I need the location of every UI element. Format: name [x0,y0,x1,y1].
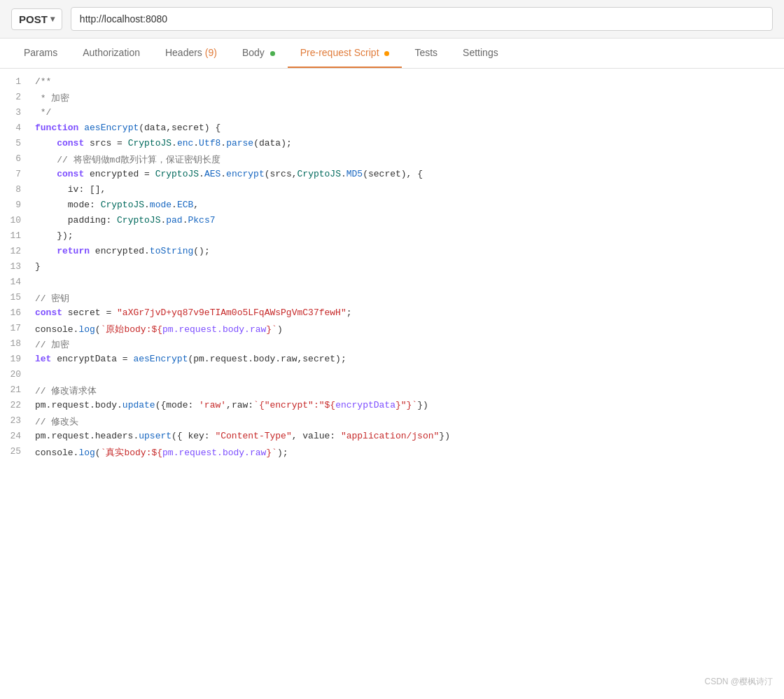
code-line: 23 // 修改头 [0,415,784,430]
code-editor[interactable]: 1 /** 2 * 加密 3 */ 4 function aesEncrypt(… [0,69,784,629]
method-selector[interactable]: POST ▾ [11,8,62,30]
code-line: 2 * 加密 [0,91,784,106]
code-line: 13 } [0,261,784,276]
code-line: 11 }); [0,230,784,245]
body-dot [270,51,275,56]
code-line: 17 console.log(`原始body:${pm.request.body… [0,322,784,338]
code-line: 1 /** [0,76,784,91]
chevron-down-icon: ▾ [50,14,55,24]
tab-body[interactable]: Body [230,39,288,68]
code-line: 8 iv: [], [0,184,784,199]
tab-authorization[interactable]: Authorization [70,39,153,68]
tab-pre-request-script[interactable]: Pre-request Script [288,39,402,68]
tabs-bar: Params Authorization Headers (9) Body Pr… [0,39,784,69]
code-line: 4 function aesEncrypt(data,secret) { [0,122,784,137]
tab-params[interactable]: Params [11,39,70,68]
code-line: 18 // 加密 [0,338,784,353]
tab-settings[interactable]: Settings [450,39,511,68]
code-line: 9 mode: CryptoJS.mode.ECB, [0,199,784,214]
code-line: 14 [0,276,784,291]
code-line: 19 let encryptData = aesEncrypt(pm.reque… [0,353,784,368]
code-line: 7 const encrypted = CryptoJS.AES.encrypt… [0,168,784,184]
code-line: 21 // 修改请求体 [0,384,784,399]
url-input[interactable] [71,7,773,31]
method-label: POST [19,13,48,25]
code-line: 5 const srcs = CryptoJS.enc.Utf8.parse(d… [0,137,784,153]
pre-request-dot [384,51,389,56]
tab-tests[interactable]: Tests [402,39,450,68]
headers-badge: (9) [205,47,217,58]
code-line: 24 pm.request.headers.upsert({ key: "Con… [0,430,784,445]
code-line: 25 console.log(`真实body:${pm.request.body… [0,445,784,461]
code-line: 15 // 密钥 [0,291,784,307]
code-line: 3 */ [0,106,784,122]
code-line: 16 const secret = "aXGr7jvD+yq87v9eTIAm0… [0,307,784,322]
code-line: 10 padding: CryptoJS.pad.Pkcs7 [0,214,784,230]
code-line: 20 [0,368,784,384]
top-bar: POST ▾ [0,0,784,39]
code-line: 12 return encrypted.toString(); [0,245,784,261]
code-line: 6 // 将密钥做md散列计算，保证密钥长度 [0,153,784,168]
code-line: 22 pm.request.body.update({mode: 'raw',r… [0,399,784,415]
tab-headers[interactable]: Headers (9) [153,39,230,68]
